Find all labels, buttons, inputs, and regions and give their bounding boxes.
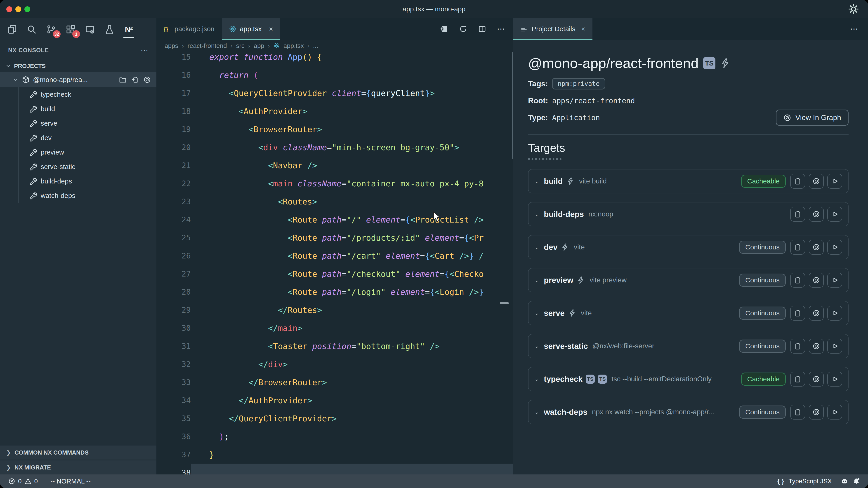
sidebar-target-watch-deps[interactable]: watch-deps (19, 188, 156, 203)
code-text: </BrowserRouter> (191, 378, 327, 387)
view-in-graph-button[interactable]: View In Graph (776, 109, 848, 126)
badge-continuous: Continuous (739, 273, 786, 287)
nx-console-icon[interactable] (123, 22, 135, 37)
warnings-icon[interactable] (24, 478, 32, 485)
error-count[interactable]: 0 (18, 478, 22, 485)
chevron-down-icon[interactable]: ⌄ (534, 376, 539, 382)
copilot-icon[interactable] (841, 478, 848, 485)
breadcrumb-item[interactable]: react-frontend (187, 42, 227, 50)
function nmeIcon(x){return x}-button[interactable] (790, 273, 805, 288)
remote-explorer-icon[interactable] (84, 22, 96, 37)
function nmeIcon(x){return x}-button[interactable] (790, 240, 805, 255)
wrench-icon (29, 163, 37, 170)
function nmeIcon(x){return x}-button[interactable] (827, 339, 842, 354)
function nmeIcon(x){return x}-button[interactable] (790, 306, 805, 321)
target-actions (790, 174, 842, 189)
extensions-icon[interactable]: 1 (65, 22, 76, 37)
activity-bar: 321 (0, 18, 156, 41)
errors-icon[interactable] (8, 478, 16, 485)
sidebar-target-serve-static[interactable]: serve-static (19, 160, 156, 174)
activity-badge: 32 (53, 30, 61, 38)
tab-package-json[interactable]: {} package.json (156, 18, 222, 40)
sidebar-target-typecheck[interactable]: typecheck (19, 87, 156, 102)
function nmeIcon(x){return x}-button[interactable] (809, 339, 824, 354)
code-line: 32</div> (156, 355, 513, 373)
function nmeIcon(x){return x}-button[interactable] (827, 306, 842, 321)
target-label: typecheck (41, 91, 71, 98)
sidebar-section-nx-migrate[interactable]: ❯NX MIGRATE (0, 460, 156, 475)
function nmeIcon(x){return x}-button[interactable] (809, 174, 824, 189)
function nmeIcon(x){return x}-button[interactable] (809, 372, 824, 387)
line-number: 31 (156, 341, 191, 351)
tab-project-details[interactable]: Project Details × (513, 18, 592, 40)
target-actions (790, 306, 842, 321)
chevron-down-icon[interactable]: ⌄ (534, 343, 539, 349)
sidebar-target-dev[interactable]: dev (19, 131, 156, 145)
close-tab-icon[interactable]: × (269, 25, 273, 33)
source-control-icon[interactable]: 32 (45, 22, 57, 37)
sidebar-title: NX CONSOLE (8, 47, 49, 54)
target-label: serve-static (41, 163, 75, 170)
function nmeIcon(x){return x}-button[interactable] (790, 372, 805, 387)
function nmeIcon(x){return x}-button[interactable] (809, 306, 824, 321)
search-icon[interactable] (26, 22, 37, 37)
function nmeIcon(x){return x}-button[interactable] (827, 372, 842, 387)
chevron-down-icon[interactable]: ⌄ (534, 244, 539, 250)
chevron-down-icon[interactable]: ⌄ (534, 277, 539, 283)
view-in-graph-icon[interactable] (143, 76, 151, 84)
function nmeIcon(x){return x}-button[interactable] (809, 207, 824, 222)
more-actions-icon[interactable]: ⋯ (497, 25, 505, 33)
notifications-bell-icon[interactable] (852, 478, 860, 485)
projects-tree-header[interactable]: PROJECTS (0, 60, 156, 72)
close-tab-icon[interactable]: × (581, 25, 585, 33)
language-mode[interactable]: TypeScript JSX (789, 478, 832, 485)
function nmeIcon(x){return x}-button[interactable] (827, 273, 842, 288)
tab-app-tsx[interactable]: app.tsx × (222, 18, 280, 40)
function nmeIcon(x){return x}-button[interactable] (809, 273, 824, 288)
function nmeIcon(x){return x}-button[interactable] (809, 404, 824, 420)
breadcrumb-item[interactable]: apps (164, 42, 178, 50)
type-label: Type: (528, 113, 548, 122)
refresh-icon[interactable] (459, 25, 467, 33)
function nmeIcon(x){return x}-button[interactable] (827, 174, 842, 189)
function nmeIcon(x){return x}-button[interactable] (790, 404, 805, 420)
code-editor[interactable]: 15export function App() {16return (17<Qu… (156, 52, 513, 475)
sidebar-target-build-deps[interactable]: build-deps (19, 174, 156, 188)
target-label: watch-deps (41, 192, 75, 199)
function nmeIcon(x){return x}-button[interactable] (809, 240, 824, 255)
function nmeIcon(x){return x}-button[interactable] (790, 207, 805, 222)
sidebar-item-project[interactable]: @mono-app/rea... (0, 72, 156, 87)
more-actions-icon[interactable]: ⋯ (850, 24, 868, 34)
testing-icon[interactable] (103, 22, 115, 37)
chevron-down-icon[interactable]: ⌄ (534, 310, 539, 316)
sidebar-target-preview[interactable]: preview (19, 145, 156, 160)
function nmeIcon(x){return x}-button[interactable] (790, 339, 805, 354)
chevron-down-icon[interactable]: ⌄ (534, 178, 539, 184)
files-icon[interactable] (6, 22, 18, 37)
function nmeIcon(x){return x}-button[interactable] (827, 404, 842, 420)
warning-count[interactable]: 0 (34, 478, 38, 485)
target-actions (790, 372, 842, 387)
root-row: Root: apps/react-frontend (528, 96, 848, 105)
breadcrumb-item[interactable]: src (236, 42, 244, 50)
breadcrumb-item[interactable]: app (254, 42, 264, 50)
breadcrumb-item[interactable]: app.tsx (283, 42, 304, 50)
sidebar-section-common-nx-commands[interactable]: ❯COMMON NX COMMANDS (0, 446, 156, 459)
breadcrumb-item[interactable]: ... (313, 42, 318, 50)
chevron-down-icon[interactable]: ⌄ (534, 211, 539, 217)
target-card-preview: ⌄previewvite previewContinuous (528, 268, 848, 292)
sidebar-target-build[interactable]: build (19, 102, 156, 116)
split-editor-icon[interactable] (478, 25, 487, 33)
breadcrumb-separator: › (248, 42, 250, 50)
function nmeIcon(x){return x}-button[interactable] (790, 174, 805, 189)
sidebar-more-actions-icon[interactable]: ⋯ (141, 46, 148, 55)
settings-gear-icon[interactable] (848, 4, 859, 14)
function nmeIcon(x){return x}-button[interactable] (827, 207, 842, 222)
wrench-icon (29, 120, 37, 127)
sidebar-target-serve[interactable]: serve (19, 116, 156, 131)
folder-icon[interactable] (119, 76, 127, 84)
function nmeIcon(x){return x}-button[interactable] (827, 240, 842, 255)
open-project-details-icon[interactable] (440, 25, 448, 33)
open-config-file-icon[interactable] (131, 76, 139, 84)
chevron-down-icon[interactable]: ⌄ (534, 409, 539, 415)
